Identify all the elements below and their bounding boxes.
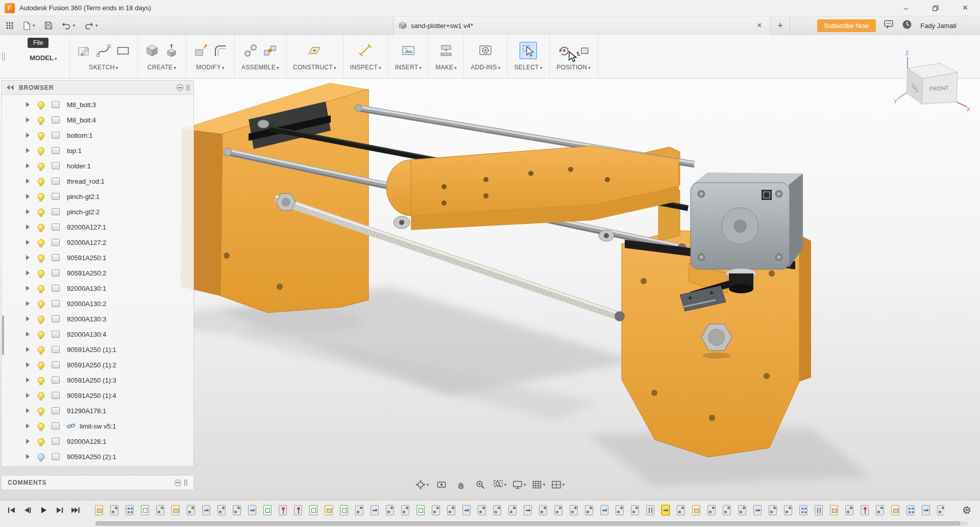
timeline-feature-component[interactable] — [830, 505, 838, 515]
browser-item-row[interactable]: M8_bolt:3 — [2, 97, 193, 112]
browser-item-row[interactable]: 90591A250 (2):1 — [2, 449, 193, 464]
expand-arrow-icon[interactable] — [26, 316, 30, 321]
play-button[interactable] — [37, 505, 50, 516]
timeline-feature-component[interactable] — [325, 505, 333, 515]
browser-item-row[interactable]: 90591A250:2 — [2, 265, 193, 281]
timeline-feature-slider[interactable] — [462, 505, 471, 515]
visibility-bulb-icon[interactable] — [38, 300, 44, 307]
visibility-bulb-icon[interactable] — [38, 316, 44, 322]
timeline-feature-joint[interactable] — [156, 505, 164, 515]
visibility-bulb-icon[interactable] — [38, 454, 44, 460]
browser-item-row[interactable]: 92000A127:1 — [2, 219, 193, 235]
timeline-feature-pattern[interactable] — [799, 505, 807, 515]
toolbar-group-label[interactable]: CREATE — [148, 64, 176, 71]
browser-item-row[interactable]: 90591A250 (1):3 — [2, 372, 193, 388]
timeline-feature-slider[interactable] — [753, 505, 762, 515]
timeline-feature-slider[interactable] — [600, 505, 608, 515]
expand-arrow-icon[interactable] — [26, 102, 30, 107]
redo-button[interactable] — [83, 20, 100, 31]
timeline-feature-joint[interactable] — [723, 505, 731, 515]
timeline-feature-joint[interactable] — [401, 505, 409, 515]
rectangle-icon[interactable] — [115, 43, 131, 58]
view-cube[interactable]: Z Y X FRONT LEFT — [892, 49, 972, 112]
timeline-feature-joint[interactable] — [585, 505, 593, 515]
close-button[interactable]: × — [950, 0, 980, 16]
revert-position-icon[interactable] — [576, 43, 591, 58]
visibility-bulb-icon[interactable] — [38, 346, 44, 353]
visibility-bulb-icon[interactable] — [38, 377, 44, 384]
expand-arrow-icon[interactable] — [26, 286, 30, 291]
orbit-tool[interactable] — [413, 478, 431, 492]
visibility-bulb-icon[interactable] — [38, 255, 44, 261]
capture-position-icon[interactable] — [556, 43, 572, 58]
step-back-button[interactable] — [21, 505, 34, 516]
browser-item-row[interactable]: 92000A130:2 — [2, 296, 193, 311]
new-tab-button[interactable]: + — [771, 16, 790, 35]
toolbar-grip[interactable] — [0, 35, 7, 78]
expand-arrow-icon[interactable] — [26, 148, 30, 153]
timeline-feature-joint[interactable] — [447, 505, 455, 515]
toolbar-group-label[interactable]: INSERT — [395, 64, 422, 71]
press-pull-icon[interactable] — [193, 43, 208, 58]
timeline-feature-joint[interactable] — [432, 505, 440, 515]
new-component-icon[interactable] — [144, 43, 160, 58]
browser-item-row[interactable]: top:1 — [2, 143, 193, 158]
visibility-bulb-icon[interactable] — [38, 224, 44, 231]
visibility-bulb-icon[interactable] — [38, 331, 44, 338]
fillet-icon[interactable] — [212, 43, 228, 58]
collapse-panel-icon[interactable] — [6, 84, 15, 91]
visibility-bulb-icon[interactable] — [38, 117, 44, 123]
workspace-selector[interactable]: MODEL — [30, 54, 57, 62]
measure-icon[interactable] — [358, 43, 373, 58]
visibility-bulb-icon[interactable] — [38, 408, 44, 414]
expand-arrow-icon[interactable] — [26, 393, 30, 398]
expand-arrow-icon[interactable] — [26, 209, 30, 214]
timeline-feature-joint[interactable] — [784, 505, 792, 515]
expand-arrow-icon[interactable] — [26, 454, 30, 459]
timeline-feature-pattern[interactable] — [906, 505, 915, 515]
timeline-feature-joint[interactable] — [110, 505, 118, 515]
toolbar-group-label[interactable]: INSPECT — [350, 64, 381, 71]
timeline-feature-joint[interactable] — [478, 505, 486, 515]
visibility-bulb-icon[interactable] — [38, 362, 44, 368]
toolbar-group-label[interactable]: MAKE — [435, 64, 457, 71]
timeline-scrollbar[interactable] — [95, 521, 968, 525]
timeline-feature-joint[interactable] — [508, 505, 517, 515]
timeline-feature-joint[interactable] — [707, 505, 716, 515]
expand-arrow-icon[interactable] — [26, 408, 30, 413]
visibility-bulb-icon[interactable] — [38, 102, 44, 108]
browser-item-row[interactable]: 90591A250:1 — [2, 250, 193, 265]
job-status-button[interactable] — [902, 19, 912, 32]
timeline-feature-align[interactable] — [646, 505, 654, 515]
go-to-beginning-button[interactable] — [5, 505, 18, 516]
undo-button[interactable] — [60, 20, 77, 31]
look-at-tool[interactable] — [433, 478, 450, 492]
visibility-bulb-icon[interactable] — [38, 285, 44, 292]
toolbar-group-label[interactable]: SELECT — [514, 64, 542, 71]
step-forward-button[interactable] — [53, 505, 66, 516]
visibility-bulb-icon[interactable] — [38, 438, 44, 445]
visibility-bulb-icon[interactable] — [38, 132, 44, 139]
expand-arrow-icon[interactable] — [26, 224, 30, 230]
construction-plane-icon[interactable] — [307, 43, 322, 58]
expand-arrow-icon[interactable] — [26, 423, 30, 429]
display-settings-tool[interactable] — [510, 478, 528, 492]
expand-arrow-icon[interactable] — [26, 301, 30, 306]
browser-item-row[interactable]: thread_rod:1 — [2, 173, 193, 189]
toolbar-group-label[interactable]: MODIFY — [196, 64, 224, 71]
timeline-feature-sketch[interactable] — [340, 505, 348, 515]
expand-arrow-icon[interactable] — [26, 332, 30, 337]
timeline-feature-joint[interactable] — [187, 505, 195, 515]
timeline-feature-joint[interactable] — [554, 505, 562, 515]
browser-item-row[interactable]: 90591A250 (1):2 — [2, 357, 193, 372]
timeline-feature-pin[interactable] — [861, 505, 869, 515]
timeline-feature-slider[interactable] — [248, 505, 256, 515]
timeline-feature-joint[interactable] — [386, 505, 394, 515]
document-tab[interactable]: sand-plotter+sw1 v4* × — [393, 16, 771, 35]
expand-arrow-icon[interactable] — [26, 133, 30, 138]
expand-arrow-icon[interactable] — [26, 194, 30, 199]
timeline-feature-component[interactable] — [172, 505, 180, 515]
subscribe-now-button[interactable]: Subscribe Now — [817, 19, 876, 32]
timeline-settings-gear-icon[interactable] — [962, 505, 972, 517]
expand-arrow-icon[interactable] — [26, 163, 30, 168]
